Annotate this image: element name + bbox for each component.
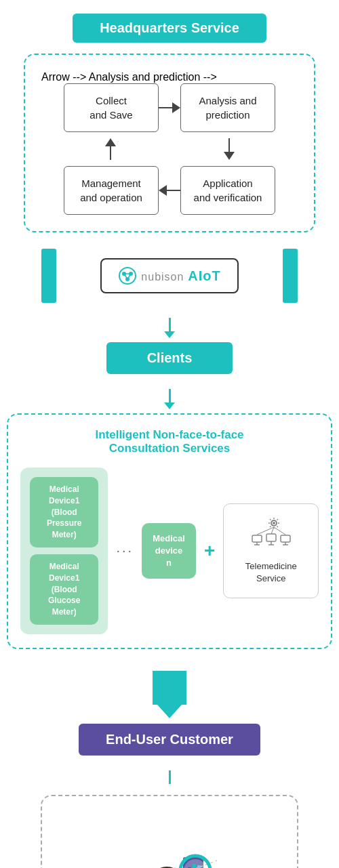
collect-save-box: Collectand Save <box>64 83 159 132</box>
h-line-2 <box>167 190 180 191</box>
svg-rect-48 <box>197 865 201 868</box>
v-arrow-up <box>105 138 116 146</box>
enduser-illustration <box>81 810 258 868</box>
svg-line-28 <box>274 527 285 535</box>
device1-label1: Medical Device1(BloodPressure Meter) <box>47 484 81 539</box>
clients-section-title: Intelligent Non-face-to-faceConsultation… <box>20 428 319 455</box>
t-pillar-right <box>283 249 298 303</box>
v-arrow-line-left <box>110 146 111 160</box>
nubison-section: nubison AIoT <box>24 249 315 303</box>
v-arrow-down <box>224 152 235 160</box>
dots-connector: ··· <box>116 543 134 558</box>
medical-device-n: Medicaldevicen <box>142 523 196 579</box>
arrow-left-1 <box>159 185 180 196</box>
connector-arrow-2 <box>164 402 175 409</box>
management-box: Managementand operation <box>64 166 159 215</box>
flow-container: Arrow --> Analysis and prediction --> Co… <box>41 71 298 215</box>
telemedicine-box: Telemedicine Service <box>223 503 319 598</box>
device-item-1: Medical Device1(BloodPressure Meter) <box>30 477 98 547</box>
application-label: Applicationand verification <box>194 178 262 203</box>
telemedicine-icon <box>233 516 308 555</box>
analysis-box: Analysis andprediction <box>180 83 275 132</box>
plus-sign: + <box>204 540 215 562</box>
flow-mid-left <box>63 138 158 160</box>
svg-rect-47 <box>193 864 196 868</box>
svg-point-0 <box>119 268 136 284</box>
down-connector-rect <box>153 671 186 705</box>
flow-mid-row <box>41 132 298 166</box>
device1-label2: Medical Device1(BloodGlucose Meter) <box>48 562 80 617</box>
nubison-logo-text: nubison AIoT <box>141 268 220 284</box>
device-group: Medical Device1(BloodPressure Meter) Med… <box>20 468 108 634</box>
svg-rect-23 <box>281 535 290 542</box>
arrow-right-1 <box>159 102 180 113</box>
small-connector-3 <box>169 770 171 791</box>
svg-point-8 <box>273 522 275 524</box>
svg-line-16 <box>270 526 271 528</box>
clients-title: Clients <box>147 350 193 365</box>
svg-rect-17 <box>252 535 262 542</box>
hq-title: Headquarters Service <box>100 20 239 35</box>
connector-line-2 <box>169 389 171 402</box>
svg-line-14 <box>277 526 278 528</box>
analysis-label: Analysis andprediction <box>199 95 256 121</box>
telemedicine-label: Telemedicine Service <box>233 560 308 585</box>
connector-arrow-1 <box>164 331 175 338</box>
collect-save-label: Collectand Save <box>89 95 132 121</box>
nubison-icon <box>118 266 137 285</box>
enduser-title-box: End-User Customer <box>79 724 260 756</box>
small-connector-2 <box>164 389 175 409</box>
telemedicine-svg <box>251 516 292 550</box>
device-item-2: Medical Device1(BloodGlucose Meter) <box>30 554 98 625</box>
application-box: Applicationand verification <box>180 166 275 215</box>
connector-line-1 <box>169 318 171 331</box>
h-line-1 <box>159 107 172 108</box>
device-n-label: Medicaldevicen <box>153 533 185 568</box>
v-arrow-line-right <box>228 138 230 152</box>
nubison-logo-box: nubison AIoT <box>100 258 238 293</box>
clients-section: Intelligent Non-face-to-faceConsultation… <box>7 413 332 649</box>
enduser-title: End-User Customer <box>106 732 233 747</box>
flow-top-row: Collectand Save Analysis andprediction <box>41 83 298 132</box>
up-arrow <box>105 138 116 160</box>
flow-mid-right <box>182 138 277 160</box>
svg-line-15 <box>277 519 278 520</box>
hq-title-box: Headquarters Service <box>73 14 266 43</box>
clients-inner: Medical Device1(BloodPressure Meter) Med… <box>20 468 319 634</box>
flow-bottom-row: Managementand operation Applicationand v… <box>41 166 298 215</box>
h-arrow-left-1 <box>159 185 167 196</box>
connector-line-3 <box>169 770 171 784</box>
svg-line-13 <box>270 519 271 520</box>
clients-title-box: Clients <box>106 342 233 374</box>
t-pillar-left <box>41 249 56 303</box>
down-arrow <box>224 138 235 160</box>
down-connector <box>153 671 186 718</box>
hq-flow-diagram: Arrow --> Analysis and prediction --> Co… <box>24 54 315 232</box>
enduser-section <box>41 795 298 868</box>
down-connector-arrow <box>157 705 182 718</box>
small-connector-1 <box>164 318 175 338</box>
svg-rect-20 <box>266 534 276 541</box>
management-label: Managementand operation <box>80 178 142 203</box>
h-arrow-right-1 <box>172 102 180 113</box>
